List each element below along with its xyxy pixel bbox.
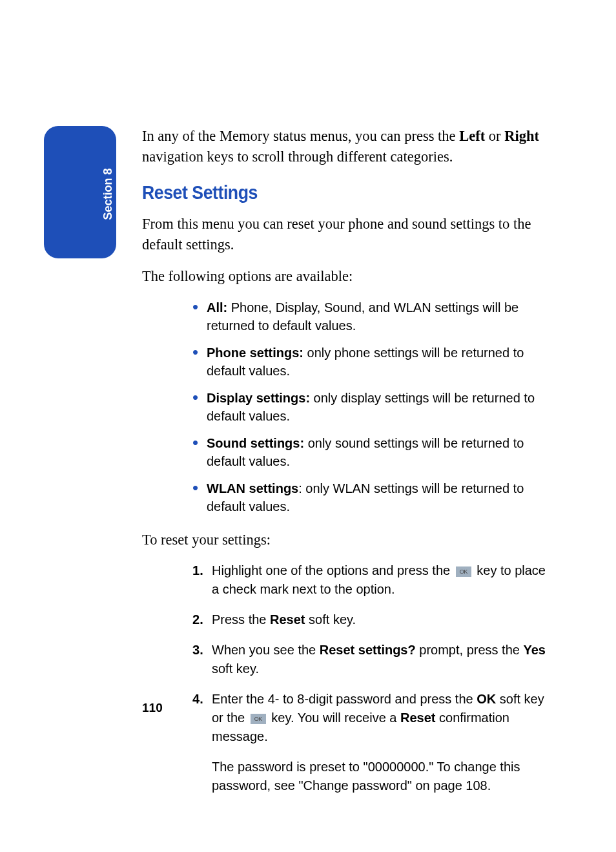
step-4: Enter the 4- to 8-digit password and pre… xyxy=(192,690,555,746)
option-all: All: Phone, Display, Sound, and WLAN set… xyxy=(192,298,555,335)
intro-key-right: Right xyxy=(504,128,539,144)
step-text: prompt, press the xyxy=(416,643,524,657)
option-display: Display settings: only display settings … xyxy=(192,389,555,425)
option-label: Display settings: xyxy=(207,391,310,405)
step-text: key. You will receive a xyxy=(268,711,400,725)
step-bold: Yes xyxy=(523,643,545,657)
option-label: WLAN settings xyxy=(207,481,298,495)
reset-settings-heading: Reset Settings xyxy=(142,182,522,203)
paragraph-2: The following options are available: xyxy=(142,266,555,287)
step-text: Enter the 4- to 8-digit password and pre… xyxy=(212,692,477,706)
ok-key-icon: OK xyxy=(251,714,266,724)
options-list: All: Phone, Display, Sound, and WLAN set… xyxy=(192,298,555,515)
option-label: Phone settings: xyxy=(207,346,303,360)
paragraph-3: To reset your settings: xyxy=(142,530,555,550)
steps-list: Highlight one of the options and press t… xyxy=(192,561,555,746)
intro-key-left: Left xyxy=(459,128,485,144)
step-1: Highlight one of the options and press t… xyxy=(192,561,555,599)
step-bold: Reset xyxy=(400,711,435,725)
step-3: When you see the Reset settings? prompt,… xyxy=(192,641,555,678)
intro-paragraph: In any of the Memory status menus, you c… xyxy=(142,126,555,167)
page-content: In any of the Memory status menus, you c… xyxy=(0,0,616,795)
step-bold: Reset xyxy=(270,612,305,627)
step-text: When you see the xyxy=(212,643,320,657)
password-note: The password is preset to "00000000." To… xyxy=(212,758,555,795)
step-bold: Reset settings? xyxy=(320,643,416,657)
intro-text-1: In any of the Memory status menus, you c… xyxy=(142,128,459,144)
step-bold: OK xyxy=(477,692,496,706)
ok-key-icon: OK xyxy=(456,566,471,577)
step-text: soft key. xyxy=(212,661,259,676)
step-2: Press the Reset soft key. xyxy=(192,610,555,629)
paragraph-1: From this menu you can reset your phone … xyxy=(142,214,555,255)
option-phone: Phone settings: only phone settings will… xyxy=(192,344,555,380)
option-text: Phone, Display, Sound, and WLAN settings… xyxy=(207,300,518,333)
option-wlan: WLAN settings: only WLAN settings will b… xyxy=(192,479,555,515)
page-number: 110 xyxy=(142,701,163,715)
step-text: soft key. xyxy=(305,612,356,627)
option-label: Sound settings: xyxy=(207,436,304,450)
intro-text-2: or xyxy=(485,128,504,144)
intro-text-3: navigation keys to scroll through differ… xyxy=(142,149,453,165)
step-text: Press the xyxy=(212,612,270,627)
option-label: All: xyxy=(207,300,227,315)
option-sound: Sound settings: only sound settings will… xyxy=(192,434,555,470)
step-text: Highlight one of the options and press t… xyxy=(212,563,454,577)
